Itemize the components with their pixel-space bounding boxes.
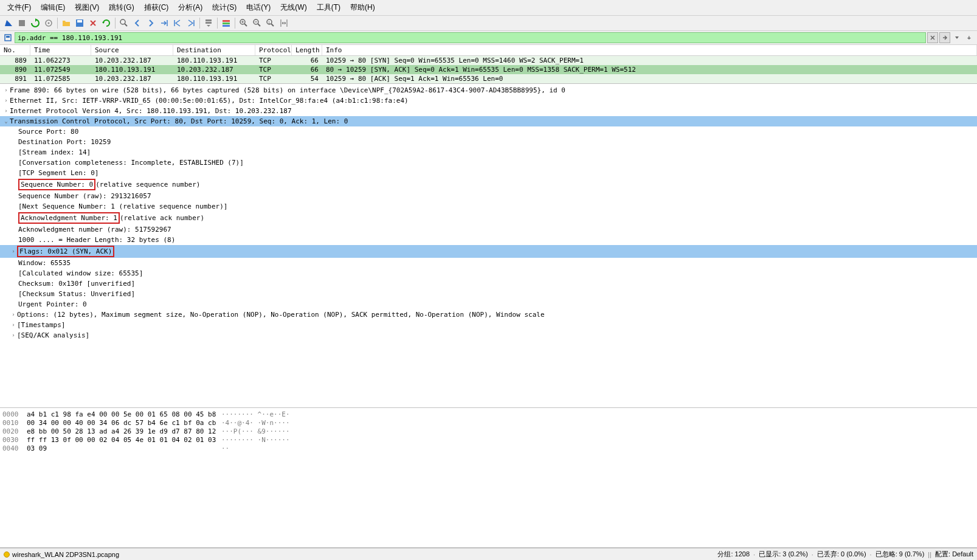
svg-rect-12 bbox=[223, 20, 230, 22]
detail-seq-num[interactable]: Sequence Number: 0 (relative sequence nu… bbox=[0, 178, 977, 191]
detail-header-len[interactable]: 1000 .... = Header Length: 32 bytes (8) bbox=[0, 235, 977, 245]
detail-ack-num[interactable]: Acknowledgment Number: 1 (relative ack n… bbox=[0, 212, 977, 224]
hex-row[interactable]: 0000a4 b1 c1 98 fa e4 00 00 5e 00 01 65 … bbox=[2, 410, 975, 419]
hex-row[interactable]: 004003 09·· bbox=[2, 444, 975, 453]
zoom-reset-icon[interactable]: 1 bbox=[264, 17, 277, 29]
detail-flags[interactable]: ›Flags: 0x012 (SYN, ACK) bbox=[0, 245, 977, 258]
bookmark-filter-icon[interactable] bbox=[2, 32, 13, 43]
detail-options[interactable]: ›Options: (12 bytes), Maximum segment si… bbox=[0, 309, 977, 320]
packet-details-pane[interactable]: ›Frame 890: 66 bytes on wire (528 bits),… bbox=[0, 84, 977, 408]
detail-seg-len[interactable]: [TCP Segment Len: 0] bbox=[0, 168, 977, 178]
capture-options-icon[interactable] bbox=[43, 17, 55, 29]
detail-calc-window[interactable]: [Calculated window size: 65535] bbox=[0, 268, 977, 278]
expert-info-icon[interactable] bbox=[4, 551, 10, 558]
collapse-icon[interactable]: ⌄ bbox=[2, 117, 10, 126]
menu-tools[interactable]: 工具(T) bbox=[312, 1, 345, 14]
hex-row[interactable]: 0030ff ff 13 0f 00 00 02 04 05 4e 01 01 … bbox=[2, 436, 975, 444]
menu-file[interactable]: 文件(F) bbox=[2, 1, 36, 14]
expand-icon[interactable]: › bbox=[2, 106, 10, 116]
detail-seq-raw[interactable]: Sequence Number (raw): 2913216057 bbox=[0, 191, 977, 201]
filter-dropdown-icon[interactable] bbox=[951, 32, 962, 43]
menu-statistics[interactable]: 统计(S) bbox=[207, 1, 241, 14]
stop-capture-icon[interactable] bbox=[16, 17, 28, 29]
svg-rect-11 bbox=[205, 22, 212, 24]
close-file-icon[interactable] bbox=[87, 17, 99, 29]
menu-wireless[interactable]: 无线(W) bbox=[275, 1, 311, 14]
svg-point-5 bbox=[120, 19, 125, 24]
packet-list-header: No. Time Source Destination Protocol Len… bbox=[0, 45, 977, 56]
reload-icon[interactable] bbox=[100, 17, 112, 29]
detail-src-port[interactable]: Source Port: 80 bbox=[0, 126, 977, 137]
detail-ethernet[interactable]: ›Ethernet II, Src: IETF-VRRP-VRID_65 (00… bbox=[0, 95, 977, 106]
go-back-icon[interactable] bbox=[131, 17, 143, 29]
detail-ack-raw[interactable]: Acknowledgment number (raw): 517592967 bbox=[0, 224, 977, 235]
expand-icon[interactable]: › bbox=[2, 96, 10, 105]
detail-completeness[interactable]: [Conversation completeness: Incomplete, … bbox=[0, 157, 977, 168]
menu-edit[interactable]: 编辑(E) bbox=[36, 1, 70, 14]
status-ignored: 已忽略: 9 (0.7%) bbox=[875, 550, 925, 559]
detail-timestamps[interactable]: ›[Timestamps] bbox=[0, 320, 977, 330]
hex-dump-pane[interactable]: 0000a4 b1 c1 98 fa e4 00 00 5e 00 01 65 … bbox=[0, 408, 977, 548]
detail-stream[interactable]: [Stream index: 14] bbox=[0, 147, 977, 157]
menu-telephony[interactable]: 电话(Y) bbox=[241, 1, 275, 14]
expand-icon[interactable]: › bbox=[2, 86, 10, 95]
expand-icon[interactable]: › bbox=[10, 310, 17, 319]
shark-fin-icon[interactable] bbox=[2, 17, 15, 29]
col-length[interactable]: Length bbox=[292, 45, 322, 55]
colorize-icon[interactable] bbox=[220, 17, 232, 29]
resize-columns-icon[interactable] bbox=[278, 17, 290, 29]
detail-urgent[interactable]: Urgent Pointer: 0 bbox=[0, 299, 977, 309]
detail-dst-port[interactable]: Destination Port: 10259 bbox=[0, 137, 977, 147]
menu-go[interactable]: 跳转(G) bbox=[104, 1, 139, 14]
col-destination[interactable]: Destination bbox=[173, 45, 255, 55]
menu-view[interactable]: 视图(V) bbox=[70, 1, 104, 14]
detail-seq-ack[interactable]: ›[SEQ/ACK analysis] bbox=[0, 330, 977, 340]
packet-row[interactable]: 89111.07258510.203.232.187180.110.193.19… bbox=[0, 74, 977, 83]
clear-filter-icon[interactable] bbox=[927, 32, 938, 43]
expand-icon[interactable]: › bbox=[10, 331, 17, 340]
zoom-in-icon[interactable] bbox=[238, 17, 250, 29]
status-profile[interactable]: 配置: Default bbox=[935, 550, 973, 559]
expand-icon[interactable]: › bbox=[10, 247, 17, 256]
col-source[interactable]: Source bbox=[91, 45, 173, 55]
ip-text: Internet Protocol Version 4, Src: 180.11… bbox=[10, 106, 292, 116]
menu-capture[interactable]: 捕获(C) bbox=[139, 1, 174, 14]
detail-next-seq[interactable]: [Next Sequence Number: 1 (relative seque… bbox=[0, 201, 977, 212]
expand-icon[interactable]: › bbox=[10, 320, 17, 330]
display-filter-input[interactable] bbox=[15, 32, 926, 43]
ack-num-highlight: Acknowledgment Number: 1 bbox=[18, 212, 120, 224]
open-file-icon[interactable] bbox=[60, 17, 72, 29]
filter-bar: + bbox=[0, 31, 977, 45]
auto-scroll-icon[interactable] bbox=[202, 17, 215, 29]
detail-frame[interactable]: ›Frame 890: 66 bytes on wire (528 bits),… bbox=[0, 85, 977, 95]
add-filter-icon[interactable]: + bbox=[964, 32, 975, 43]
hex-row[interactable]: 001000 34 00 00 40 00 34 06 dc 57 b4 6e … bbox=[2, 419, 975, 427]
detail-ip[interactable]: ›Internet Protocol Version 4, Src: 180.1… bbox=[0, 106, 977, 116]
col-no[interactable]: No. bbox=[0, 45, 30, 55]
detail-tcp[interactable]: ⌄Transmission Control Protocol, Src Port… bbox=[0, 116, 977, 126]
col-time[interactable]: Time bbox=[30, 45, 91, 55]
apply-filter-icon[interactable] bbox=[939, 32, 950, 43]
svg-rect-0 bbox=[19, 20, 25, 26]
go-to-packet-icon[interactable] bbox=[158, 17, 170, 29]
toolbar: 1 bbox=[0, 16, 977, 31]
col-protocol[interactable]: Protocol bbox=[255, 45, 292, 55]
find-packet-icon[interactable] bbox=[118, 17, 130, 29]
save-file-icon[interactable] bbox=[74, 17, 86, 29]
packet-row[interactable]: 89011.072549180.110.193.19110.203.232.18… bbox=[0, 65, 977, 74]
packet-row[interactable]: 88911.06227310.203.232.187180.110.193.19… bbox=[0, 56, 977, 65]
restart-capture-icon[interactable] bbox=[29, 17, 41, 29]
detail-checksum[interactable]: Checksum: 0x130f [unverified] bbox=[0, 278, 977, 289]
go-last-icon[interactable] bbox=[185, 17, 197, 29]
status-displayed: 已显示: 3 (0.2%) bbox=[759, 550, 808, 559]
hex-row[interactable]: 0020e8 bb 00 50 28 13 ad a4 26 39 1e d9 … bbox=[2, 427, 975, 436]
go-forward-icon[interactable] bbox=[145, 17, 157, 29]
detail-checksum-status[interactable]: [Checksum Status: Unverified] bbox=[0, 289, 977, 299]
packet-list-pane[interactable]: No. Time Source Destination Protocol Len… bbox=[0, 45, 977, 84]
detail-window[interactable]: Window: 65535 bbox=[0, 258, 977, 268]
menu-analyze[interactable]: 分析(A) bbox=[173, 1, 207, 14]
menu-help[interactable]: 帮助(H) bbox=[345, 1, 380, 14]
col-info[interactable]: Info bbox=[322, 45, 977, 55]
go-first-icon[interactable] bbox=[171, 17, 184, 29]
zoom-out-icon[interactable] bbox=[251, 17, 263, 29]
